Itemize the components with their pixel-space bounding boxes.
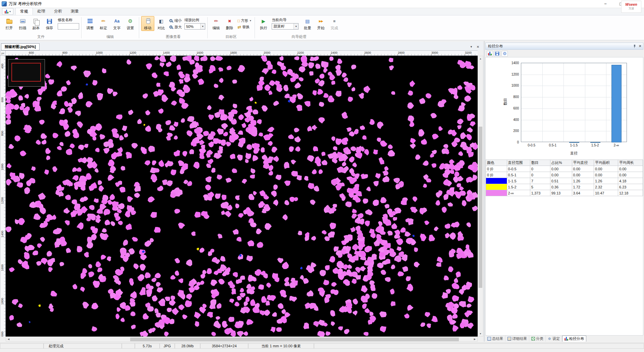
scanner-icon bbox=[20, 19, 25, 23]
chart-x-tick-label: 0.5-1 bbox=[542, 143, 563, 147]
scroll-corner bbox=[0, 337, 6, 342]
panel-tab-chart[interactable]: 粒径分布 bbox=[562, 336, 586, 342]
document-tab[interactable]: 辣椒籽图.jpg[50%] bbox=[1, 43, 40, 50]
vertical-scroll-thumb[interactable] bbox=[479, 127, 482, 288]
chart-type-button[interactable] bbox=[487, 51, 493, 57]
zoom-ratio-label: 缩放比例 bbox=[184, 17, 205, 23]
color-swatch bbox=[486, 178, 507, 184]
table-row[interactable]: 0 |00.5-100.000.000.000.00 bbox=[486, 172, 643, 178]
table-header-cell[interactable]: 占比% bbox=[550, 160, 572, 166]
zoom-in-button[interactable]: 放大 bbox=[168, 24, 183, 30]
panel-tab-gear[interactable]: 设定 bbox=[546, 336, 562, 342]
tab-close-button[interactable]: ✕ bbox=[475, 44, 481, 49]
tab-list-dropdown-button[interactable]: ▼ bbox=[469, 44, 474, 49]
scroll-up-arrow[interactable]: ▲ bbox=[478, 56, 483, 61]
scan-button[interactable]: 扫描 bbox=[16, 16, 29, 31]
start-button[interactable]: 开始 bbox=[314, 16, 327, 31]
text-button-label: 文字 bbox=[113, 26, 121, 31]
panel-tab-table[interactable]: 总结果 bbox=[485, 336, 505, 342]
settings-button[interactable]: 设置 bbox=[124, 16, 137, 31]
table-row[interactable]: 0 |00-0.500.000.000.000.00 bbox=[486, 166, 643, 172]
export-button[interactable] bbox=[494, 51, 500, 57]
minimize-button[interactable]: − bbox=[598, 0, 613, 8]
pin-icon[interactable] bbox=[633, 45, 636, 48]
table-cell: 0.51 bbox=[550, 178, 572, 184]
batch-button[interactable]: 批量 bbox=[301, 16, 314, 31]
move-tool-button[interactable]: 移动 bbox=[141, 16, 154, 31]
open-button[interactable]: 打开 bbox=[3, 16, 16, 31]
table-cell: 0.00 bbox=[572, 166, 594, 172]
table-cell: 5 bbox=[530, 184, 550, 190]
replace-button[interactable]: 替换 bbox=[236, 24, 253, 30]
ribbon: 打开 扫描 副本 保存 修改名称 文件 bbox=[0, 15, 644, 40]
calibrate-pencil-icon bbox=[101, 18, 106, 24]
horizontal-scrollbar[interactable]: ◀ ▶ bbox=[6, 337, 478, 342]
chart-bar bbox=[569, 142, 579, 143]
chart-bar bbox=[590, 142, 600, 143]
run-button[interactable]: 执行 bbox=[257, 16, 270, 31]
panel-tab-list[interactable]: 详细结果 bbox=[505, 336, 529, 342]
zoom-ratio-select[interactable]: 50% ▼ bbox=[184, 23, 205, 30]
ribbon-tab-measure[interactable]: 测量 bbox=[66, 8, 83, 15]
table-row[interactable]: 2-∞1,37399.133.6410.4712.18 bbox=[486, 190, 643, 196]
save-button[interactable]: 保存 bbox=[43, 16, 56, 31]
target-edit-button[interactable]: 编辑 bbox=[210, 16, 223, 31]
panel-close-icon[interactable]: ✕ bbox=[639, 44, 642, 48]
ribbon-tab-process[interactable]: 处理 bbox=[33, 8, 50, 15]
color-swatch-cell: 0 |0 bbox=[486, 172, 507, 178]
table-row[interactable]: 1.5-250.361.722.326.23 bbox=[486, 184, 643, 190]
scroll-down-arrow[interactable]: ▼ bbox=[478, 331, 483, 336]
ruler-left-tick-label: 1400 bbox=[1, 229, 4, 239]
table-header-cell[interactable]: 颜色 bbox=[486, 160, 507, 166]
table-header-cell[interactable]: 平均面积 bbox=[594, 160, 618, 166]
ribbon-tab-strip: ▾ 常规 处理 分析 测量 bbox=[0, 8, 644, 15]
chart-x-axis-title: 直径 bbox=[521, 151, 627, 156]
copy-button[interactable]: 副本 bbox=[30, 16, 43, 31]
text-button[interactable]: 文字 bbox=[110, 16, 123, 31]
gear-icon bbox=[548, 337, 551, 341]
rename-label: 修改名称 bbox=[58, 17, 79, 23]
adjust-button[interactable]: 调整 bbox=[84, 16, 97, 31]
compare-button[interactable]: 对比 bbox=[155, 16, 168, 31]
chart-gridline bbox=[585, 63, 585, 142]
ruler-top-tick-label: 800 bbox=[62, 51, 67, 54]
wizard-select[interactable]: 甜菜籽 ▼ bbox=[272, 23, 299, 30]
panel-header[interactable]: 粒径分布 ✕ bbox=[485, 43, 643, 50]
ribbon-tab-general[interactable]: 常规 bbox=[15, 8, 33, 15]
vertical-scrollbar[interactable]: ▲ ▼ bbox=[478, 56, 483, 337]
scroll-right-arrow[interactable]: ▶ bbox=[472, 337, 477, 341]
chart-plot-area bbox=[521, 63, 627, 142]
target-edit-pencil-icon bbox=[214, 18, 218, 24]
square-shape-button[interactable]: 方形 bbox=[236, 18, 253, 24]
chart-settings-button[interactable] bbox=[501, 51, 508, 57]
calibrate-button[interactable]: 标定 bbox=[97, 16, 110, 31]
scroll-left-arrow[interactable]: ◀ bbox=[6, 337, 11, 341]
image-canvas[interactable] bbox=[6, 56, 478, 337]
navigator-view-rectangle[interactable] bbox=[11, 63, 41, 82]
table-header-cell[interactable]: 平均周长 bbox=[618, 160, 643, 166]
target-delete-button[interactable]: 删除 bbox=[223, 16, 236, 31]
horizontal-scroll-thumb[interactable] bbox=[130, 338, 459, 341]
ruler-top-tick-label: 1000 bbox=[96, 51, 103, 54]
table-header-cell[interactable]: 平均直径 bbox=[572, 160, 594, 166]
panel-title: 粒径分布 bbox=[488, 44, 503, 49]
panel-tab-grid[interactable]: 分类 bbox=[529, 336, 546, 342]
run-play-icon bbox=[262, 18, 265, 24]
table-row[interactable]: 1-1.570.511.261.264.18 bbox=[486, 178, 643, 184]
table-cell: 0.00 bbox=[594, 166, 618, 172]
current-wizard-label: 当前向导 bbox=[272, 17, 299, 23]
table-header-cell[interactable]: 直径范围 bbox=[507, 160, 530, 166]
chart-y-tick-label: 1200 bbox=[505, 73, 519, 76]
quick-access-button[interactable]: ▾ bbox=[2, 8, 13, 15]
color-swatch-cell bbox=[486, 178, 507, 184]
table-header-cell[interactable]: 数目 bbox=[530, 160, 550, 166]
ribbon-group-target-label: 目标区 bbox=[210, 34, 253, 40]
zoom-out-button[interactable]: 缩小 bbox=[168, 18, 183, 24]
app-icon bbox=[2, 1, 7, 6]
finish-button[interactable]: 完成 bbox=[328, 16, 341, 31]
ribbon-tab-analysis[interactable]: 分析 bbox=[50, 8, 66, 15]
table-cell: 1.26 bbox=[594, 178, 618, 184]
rename-input[interactable] bbox=[58, 23, 79, 30]
chart-gridline bbox=[521, 108, 627, 109]
navigator-overview[interactable] bbox=[8, 59, 45, 87]
